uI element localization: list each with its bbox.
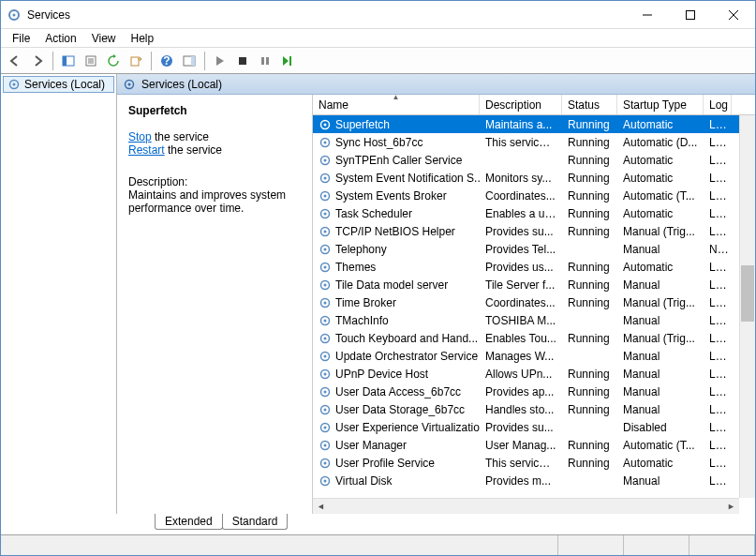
back-button[interactable]	[5, 51, 25, 71]
service-status: Running	[562, 457, 617, 470]
service-description: Enables Tou...	[480, 332, 562, 345]
service-status: Running	[562, 332, 617, 345]
service-description: TOSHIBA M...	[480, 314, 562, 327]
sort-ascending-icon: ▲	[393, 95, 400, 101]
service-row[interactable]: Virtual DiskProvides m...ManualLoc	[313, 472, 755, 489]
service-name: TCP/IP NetBIOS Helper	[335, 225, 455, 238]
service-row[interactable]: User Data Access_6b7ccProvides ap...Runn…	[313, 383, 755, 400]
menu-help[interactable]: Help	[124, 30, 162, 47]
service-icon	[319, 421, 332, 434]
service-logon: Loc	[704, 172, 732, 185]
forward-button[interactable]	[27, 51, 48, 71]
restart-service-link[interactable]: Restart	[128, 143, 165, 157]
column-header-description[interactable]: Description	[480, 95, 562, 114]
column-header-status[interactable]: Status	[562, 95, 617, 114]
export-list-button[interactable]	[126, 51, 146, 71]
service-icon	[319, 403, 332, 416]
service-row[interactable]: TMachInfoTOSHIBA M...ManualLoc	[313, 311, 755, 329]
properties-button[interactable]	[81, 51, 101, 71]
service-row[interactable]: SynTPEnh Caller ServiceRunningAutomaticL…	[313, 151, 755, 169]
service-row[interactable]: TelephonyProvides Tel...ManualNet	[313, 240, 755, 258]
tree-node-services-local[interactable]: Services (Local)	[3, 76, 114, 93]
service-row[interactable]: User ManagerUser Manag...RunningAutomati…	[313, 436, 755, 454]
svg-rect-16	[191, 56, 195, 66]
service-row[interactable]: System Event Notification S...Monitors s…	[313, 169, 755, 187]
panel-body: Superfetch Stop the service Restart the …	[117, 95, 755, 514]
service-icon	[319, 261, 332, 274]
action-pane-button[interactable]	[179, 51, 200, 71]
service-row[interactable]: ThemesProvides us...RunningAutomaticLoc	[313, 258, 755, 276]
tab-standard[interactable]: Standard	[222, 514, 289, 530]
stop-service-button[interactable]	[232, 51, 253, 71]
service-row[interactable]: User Data Storage_6b7ccHandles sto...Run…	[313, 400, 755, 418]
restart-service-suffix: the service	[165, 143, 222, 157]
scrollbar-thumb[interactable]	[741, 265, 754, 322]
service-row[interactable]: Time BrokerCoordinates...RunningManual (…	[313, 293, 755, 311]
svg-point-50	[324, 337, 327, 339]
tab-extended[interactable]: Extended	[155, 514, 223, 530]
service-icon	[319, 439, 332, 452]
service-description: Provides ap...	[480, 385, 562, 398]
column-header-name[interactable]: Name▲	[313, 95, 480, 114]
vertical-scrollbar[interactable]	[739, 115, 755, 498]
scroll-right-arrow-icon[interactable]: ►	[723, 499, 739, 514]
service-row[interactable]: Task SchedulerEnables a us...RunningAuto…	[313, 204, 755, 222]
service-name: System Events Broker	[335, 189, 447, 203]
maximize-button[interactable]	[669, 1, 712, 29]
statusbar-segment	[624, 535, 689, 555]
column-header-logon[interactable]: Log	[704, 95, 732, 114]
restart-service-button[interactable]	[277, 51, 298, 71]
svg-point-34	[324, 194, 327, 197]
menu-view[interactable]: View	[84, 30, 124, 47]
minimize-button[interactable]	[626, 1, 669, 29]
service-row[interactable]: Update Orchestrator ServiceManages W...M…	[313, 347, 755, 365]
scroll-left-arrow-icon[interactable]: ◄	[313, 499, 329, 514]
statusbar-segment	[1, 535, 558, 555]
service-name: Superfetch	[335, 118, 390, 131]
help-button[interactable]: ?	[156, 51, 177, 71]
service-row[interactable]: UPnP Device HostAllows UPn...RunningManu…	[313, 365, 755, 383]
service-status: Running	[562, 385, 617, 398]
service-row[interactable]: System Events BrokerCoordinates...Runnin…	[313, 187, 755, 204]
svg-point-40	[324, 248, 327, 250]
service-startup-type: Manual	[617, 243, 704, 256]
service-startup-type: Automatic (T...	[617, 439, 704, 452]
svg-point-58	[324, 408, 327, 411]
service-logon: Loc	[704, 421, 732, 434]
menubar: File Action View Help	[1, 29, 755, 48]
service-row[interactable]: Sync Host_6b7ccThis service ...RunningAu…	[313, 133, 755, 151]
stop-service-link[interactable]: Stop	[128, 130, 152, 143]
details-pane: Services (Local) Superfetch Stop the ser…	[117, 74, 755, 514]
menu-action[interactable]: Action	[37, 30, 83, 47]
service-row[interactable]: SuperfetchMaintains a...RunningAutomatic…	[313, 115, 755, 133]
horizontal-scrollbar[interactable]: ◄ ►	[313, 498, 739, 514]
column-header-startup-type[interactable]: Startup Type	[617, 95, 704, 114]
service-icon	[319, 314, 332, 327]
service-logon: Loc	[704, 118, 732, 131]
service-icon	[319, 368, 332, 381]
close-button[interactable]	[712, 1, 755, 29]
refresh-button[interactable]	[103, 51, 124, 71]
start-service-button[interactable]	[210, 51, 230, 71]
service-row[interactable]: User Experience Virtualizatio...Provides…	[313, 418, 755, 436]
svg-point-60	[324, 426, 327, 428]
service-row[interactable]: User Profile ServiceThis service ...Runn…	[313, 454, 755, 472]
service-description: Allows UPn...	[480, 368, 562, 381]
service-row[interactable]: Tile Data model serverTile Server f...Ru…	[313, 276, 755, 293]
service-logon: Loc	[704, 296, 732, 309]
svg-point-28	[324, 141, 327, 143]
service-row[interactable]: Touch Keyboard and Hand...Enables Tou...…	[313, 329, 755, 347]
list-rows[interactable]: SuperfetchMaintains a...RunningAutomatic…	[313, 115, 755, 514]
show-hide-console-tree-button[interactable]	[58, 51, 79, 71]
svg-point-42	[324, 265, 327, 268]
svg-point-38	[324, 230, 327, 233]
extended-info-pane: Superfetch Stop the service Restart the …	[117, 95, 312, 514]
service-row[interactable]: TCP/IP NetBIOS HelperProvides su...Runni…	[313, 222, 755, 240]
menu-file[interactable]: File	[5, 30, 37, 47]
tree-node-label: Services (Local)	[24, 78, 105, 91]
window-title: Services	[27, 8, 626, 22]
pause-service-button[interactable]	[255, 51, 275, 71]
service-name: User Manager	[335, 439, 407, 452]
service-logon: Loc	[704, 189, 732, 203]
service-name: User Profile Service	[335, 457, 435, 470]
